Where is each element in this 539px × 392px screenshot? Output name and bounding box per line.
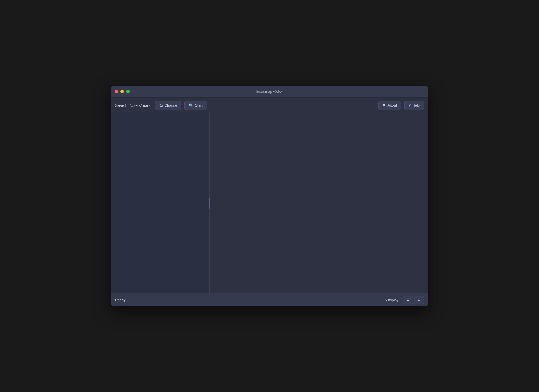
start-button-label: Start: [195, 103, 202, 107]
main-content: [111, 113, 428, 293]
grid-icon: ⊞: [382, 103, 386, 108]
help-icon: ?: [408, 103, 411, 108]
about-button-label: About: [387, 103, 397, 107]
search-icon: 🔍: [189, 103, 193, 108]
divider-handle: [209, 198, 210, 209]
change-button[interactable]: 🗂 Change: [155, 101, 181, 110]
maximize-button[interactable]: [126, 90, 130, 93]
help-button-label: Help: [412, 103, 420, 107]
toolbar: Search: /Users/mark 🗂 Change 🔍 Start ⊞ A…: [111, 98, 428, 113]
traffic-lights: [115, 90, 130, 93]
folder-icon: 🗂: [159, 103, 163, 108]
stop-button[interactable]: [414, 296, 424, 304]
status-text: Ready!: [115, 298, 126, 302]
autoplay-container: Autoplay: [378, 298, 398, 302]
right-panel: [210, 113, 428, 293]
change-button-label: Change: [165, 103, 177, 107]
minimize-button[interactable]: [120, 90, 124, 93]
status-bar: Ready! Autoplay: [111, 293, 428, 306]
stop-icon: [418, 298, 420, 302]
window-title: Instrumap v0.9.4: [256, 89, 283, 94]
start-button[interactable]: 🔍 Start: [184, 101, 207, 110]
left-panel: [111, 113, 209, 293]
help-button[interactable]: ? Help: [404, 101, 424, 110]
title-bar: Instrumap v0.9.4: [111, 86, 428, 98]
play-icon: [407, 298, 409, 302]
autoplay-label: Autoplay: [384, 298, 398, 302]
close-button[interactable]: [115, 90, 118, 93]
play-button[interactable]: [403, 296, 413, 304]
autoplay-checkbox[interactable]: [378, 298, 382, 302]
app-window: Instrumap v0.9.4 Search: /Users/mark 🗂 C…: [111, 86, 428, 306]
about-button[interactable]: ⊞ About: [378, 101, 401, 110]
search-path: Search: /Users/mark: [115, 103, 150, 108]
panel-divider[interactable]: [209, 113, 210, 293]
